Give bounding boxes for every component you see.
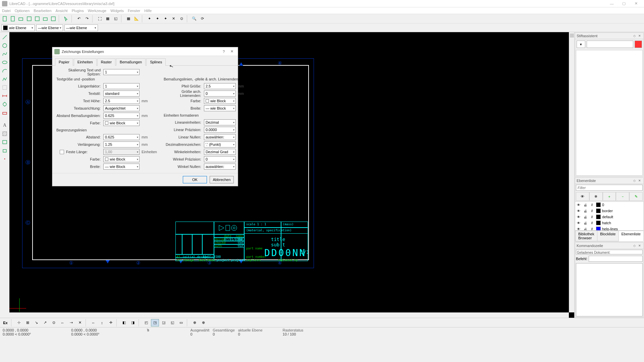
- menu-widgets[interactable]: Widgets: [110, 9, 124, 13]
- text-color-combo[interactable]: wie Block: [103, 120, 140, 126]
- width-combo[interactable]: — wie Ebene: [36, 24, 63, 31]
- iso-off-icon[interactable]: ◱: [168, 319, 176, 326]
- dock-close-icon[interactable]: ✕: [637, 178, 642, 183]
- dialog-close-button[interactable]: ✕: [228, 48, 236, 55]
- menu-hilfe[interactable]: Hilfe: [144, 9, 152, 13]
- print-preview-button[interactable]: [50, 15, 57, 22]
- plus1-icon[interactable]: ⊕: [191, 319, 199, 326]
- fixed-length-spin[interactable]: 1,00: [103, 149, 140, 155]
- draft-button[interactable]: 📐: [133, 15, 140, 22]
- snap-free-button[interactable]: ✦: [146, 15, 153, 22]
- select-tool-icon[interactable]: [1, 84, 8, 91]
- pointer-button[interactable]: [62, 15, 70, 22]
- ext-color-combo[interactable]: wie Block: [103, 156, 140, 162]
- stift-list[interactable]: [576, 50, 643, 176]
- stift-color-button[interactable]: ▾: [577, 41, 585, 48]
- snap-center-button[interactable]: ⊙: [178, 15, 185, 22]
- scale-combo[interactable]: 1: [103, 69, 140, 75]
- cancel-button[interactable]: Abbrechen: [210, 176, 234, 183]
- snap-grid-button[interactable]: ✦: [154, 15, 161, 22]
- dimension-tool-icon[interactable]: [1, 92, 8, 100]
- tab-papier[interactable]: Papier: [55, 58, 73, 66]
- angle-zeros-combo[interactable]: auswählen:: [204, 164, 236, 170]
- canvas-hscroll[interactable]: [9, 312, 569, 318]
- redo-button[interactable]: ↷: [83, 15, 91, 22]
- snap-end-button[interactable]: ✦: [162, 15, 169, 22]
- zoom-auto-button[interactable]: ▦: [104, 15, 111, 22]
- menu-fenster[interactable]: Fenster: [128, 9, 140, 13]
- menu-datei[interactable]: Datei: [2, 9, 11, 13]
- snap-intersect-button[interactable]: ✕: [170, 15, 177, 22]
- undo-button[interactable]: ↶: [75, 15, 83, 22]
- tab-blockliste[interactable]: Blockliste: [597, 231, 619, 241]
- dock-float-icon[interactable]: ◇: [632, 178, 637, 183]
- minimize-button[interactable]: —: [606, 0, 618, 7]
- zoom-previous-button[interactable]: ◱: [112, 15, 119, 22]
- layer-add-button[interactable]: ＋: [603, 192, 616, 201]
- length-factor-combo[interactable]: 1: [103, 83, 140, 89]
- snap-free-icon[interactable]: ⊹: [15, 319, 23, 326]
- lock-relzero-icon[interactable]: ◨: [129, 319, 137, 326]
- text-height-combo[interactable]: 2.5: [103, 98, 140, 104]
- layer-remove-button[interactable]: －: [616, 192, 629, 201]
- tab-bemassungen[interactable]: Bemaßungen: [116, 58, 146, 66]
- stift-apply-button[interactable]: [635, 41, 642, 48]
- linear-units-combo[interactable]: Dezimal: [204, 119, 236, 125]
- angle-precision-combo[interactable]: 0: [204, 156, 236, 162]
- saveas-button[interactable]: [34, 15, 41, 22]
- circle-tool-icon[interactable]: [1, 42, 8, 49]
- layer-filter-input[interactable]: [576, 185, 643, 191]
- menu-werkzeuge[interactable]: Werkzeuge: [88, 9, 106, 13]
- dock-close-icon[interactable]: ✕: [637, 243, 642, 248]
- arc-tool-icon[interactable]: [1, 67, 8, 74]
- ext-extend-combo[interactable]: 1.25: [103, 141, 140, 147]
- linetype-combo[interactable]: — wie Ebene: [64, 24, 98, 31]
- restrict-ortho-icon[interactable]: ✛: [107, 319, 115, 326]
- layer-list[interactable]: 👁🖨#0 👁🖨#border 👁🖨#default 👁🖨#hatch 👁🖨#he…: [575, 202, 643, 230]
- polyline-tool-icon[interactable]: [1, 75, 8, 83]
- save-button[interactable]: [25, 15, 33, 22]
- layer-showall-button[interactable]: 👁: [576, 192, 589, 201]
- snap-grid-icon[interactable]: ⊞: [23, 319, 32, 326]
- decimal-sep-combo[interactable]: '.' (Punkt): [204, 141, 236, 147]
- close-button[interactable]: ✕: [630, 0, 642, 7]
- point-tool-icon[interactable]: [1, 155, 8, 163]
- curve-tool-icon[interactable]: [1, 50, 8, 58]
- tab-splines[interactable]: Splines: [146, 58, 166, 66]
- tab-raster[interactable]: Raster: [97, 58, 115, 66]
- snap-dist-icon[interactable]: ⇢: [67, 319, 75, 326]
- print-button[interactable]: [42, 15, 49, 22]
- ext-offset-combo[interactable]: 0.625: [103, 134, 140, 140]
- dock-float-icon[interactable]: ◇: [632, 34, 637, 38]
- dim-color-combo[interactable]: wie Block: [204, 98, 236, 104]
- layer-edit-button[interactable]: ✎: [629, 192, 643, 201]
- menu-bearbeiten[interactable]: Bearbeiten: [34, 9, 51, 13]
- menu-plugins[interactable]: Plugins: [72, 9, 84, 13]
- maximize-button[interactable]: ▢: [618, 0, 630, 7]
- snap-mid-icon[interactable]: ↔: [58, 319, 66, 326]
- line-tool-icon[interactable]: [1, 34, 8, 41]
- stift-line-combo[interactable]: [587, 41, 633, 48]
- grid-button[interactable]: ▦: [125, 15, 132, 22]
- tab-einheiten[interactable]: Einheiten: [74, 58, 97, 66]
- zoom-region-button[interactable]: ⛶: [96, 15, 103, 22]
- snap-end-icon[interactable]: ↘: [32, 319, 40, 326]
- open-button[interactable]: [17, 15, 25, 22]
- restrict-v-icon[interactable]: ↕: [98, 319, 106, 326]
- info-tool-icon[interactable]: [1, 109, 8, 116]
- new-button[interactable]: [1, 15, 9, 22]
- new-template-button[interactable]: [9, 15, 17, 22]
- iso-left-icon[interactable]: ◰: [142, 319, 150, 326]
- iso-auto-icon[interactable]: ▭: [177, 319, 185, 326]
- text-align-combo[interactable]: Ausgerichtet: [103, 105, 140, 111]
- text-style-combo[interactable]: standard: [103, 90, 140, 97]
- angle-units-combo[interactable]: Dezimal Grad: [204, 149, 236, 155]
- snap-center-icon[interactable]: ⊙: [50, 319, 58, 326]
- dim-gap-combo[interactable]: 0.625: [103, 113, 140, 119]
- dialog-help-button[interactable]: ?: [220, 48, 228, 55]
- cmd-history[interactable]: [576, 263, 643, 316]
- zoom-lens-button[interactable]: 🔍: [191, 15, 198, 22]
- fixed-length-checkbox[interactable]: [60, 150, 64, 154]
- dock-float-icon[interactable]: ◇: [632, 243, 637, 248]
- snap-int-icon[interactable]: ✕: [76, 319, 84, 326]
